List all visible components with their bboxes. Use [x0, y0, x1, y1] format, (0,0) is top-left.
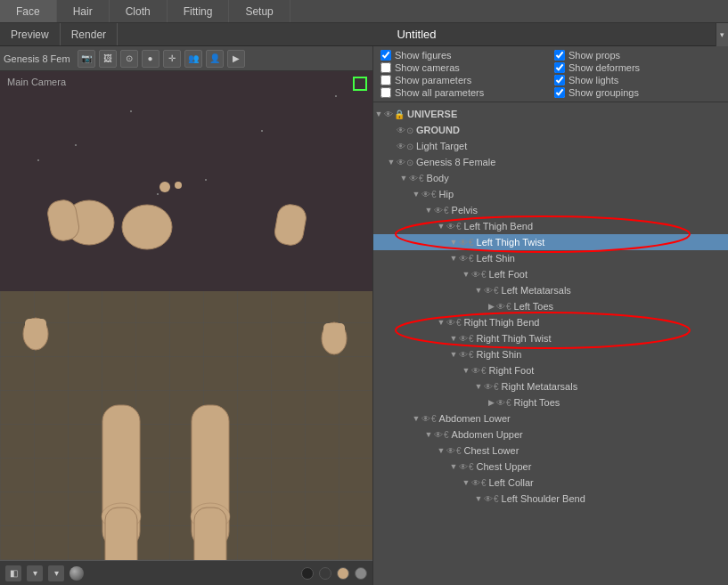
eye-icon-ground[interactable]: 👁	[397, 126, 405, 135]
tab-hair[interactable]: Hair	[57, 0, 110, 22]
tree-arrow-right-thigh-twist[interactable]: ▼	[448, 334, 459, 343]
tree-arrow-right-metatarsals[interactable]: ▼	[473, 382, 484, 391]
camera-icon[interactable]: 📷	[78, 50, 95, 68]
tree-arrow-left-toes[interactable]: ▶	[486, 302, 496, 311]
status-icon-1[interactable]: ◧	[5, 565, 21, 581]
color-dark[interactable]	[319, 567, 331, 580]
tree-item-light-target[interactable]: 👁⊙Light Target	[373, 138, 728, 154]
eye-icon-left-metatarsals[interactable]: 👁	[484, 286, 493, 296]
tree-item-right-thigh-twist[interactable]: ▼👁€Right Thigh Twist	[373, 330, 728, 346]
tree-item-hip[interactable]: ▼👁€Hip	[373, 186, 728, 202]
tree-arrow-left-foot[interactable]: ▼	[461, 270, 471, 279]
eye-icon-chest-upper[interactable]: 👁	[459, 462, 468, 472]
checkbox-show-all-parameters[interactable]: Show all parameters	[380, 87, 547, 98]
tree-item-body[interactable]: ▼👁€Body	[373, 170, 728, 186]
tree-item-abdomen-lower[interactable]: ▼👁€Abdomen Lower	[373, 410, 728, 427]
status-icon-3[interactable]: ▾	[48, 565, 64, 581]
eye-icon-left-shoulder-bend[interactable]: 👁	[484, 494, 493, 504]
tree-item-pelvis[interactable]: ▼👁€Pelvis	[373, 202, 728, 218]
eye-icon-left-toes[interactable]: 👁	[496, 302, 505, 312]
tree-arrow-right-shin[interactable]: ▼	[448, 350, 459, 359]
checkbox-show-cameras[interactable]: Show cameras	[380, 62, 547, 73]
scene-dropdown[interactable]: ▾	[716, 23, 728, 46]
eye-icon-right-metatarsals[interactable]: 👁	[484, 382, 493, 392]
eye-icon-right-thigh-twist[interactable]: 👁	[459, 334, 468, 344]
eye-icon-left-foot[interactable]: 👁	[471, 270, 480, 280]
nav-icon[interactable]: ▶	[227, 50, 245, 68]
tree-arrow-right-toes[interactable]: ▶	[486, 398, 496, 407]
tree-arrow-abdomen-upper[interactable]: ▼	[423, 430, 434, 439]
tree-arrow-left-shin[interactable]: ▼	[448, 254, 459, 263]
tree-arrow-chest-upper[interactable]: ▼	[448, 462, 459, 471]
eye-icon-body[interactable]: 👁	[409, 174, 418, 183]
people-icon[interactable]: 👥	[184, 50, 202, 68]
tree-arrow-left-collar[interactable]: ▼	[461, 478, 471, 487]
eye-icon-right-thigh-bend[interactable]: 👁	[446, 318, 455, 328]
tree-arrow-hip[interactable]: ▼	[411, 190, 421, 199]
tree-item-left-thigh-twist[interactable]: ▼👁€Left Thigh Twist	[373, 234, 728, 250]
tree-arrow-pelvis[interactable]: ▼	[423, 206, 434, 215]
render-icon[interactable]: 🖼	[99, 50, 117, 68]
tree-item-ground[interactable]: 👁⊙GROUND	[373, 122, 728, 138]
checkbox-show-parameters[interactable]: Show parameters	[380, 75, 547, 85]
tree-arrow-universe[interactable]: ▼	[373, 110, 384, 118]
eye-icon-left-shin[interactable]: 👁	[459, 254, 468, 264]
eye-icon-light-target[interactable]: 👁	[397, 142, 405, 151]
tree-arrow-light-target[interactable]	[386, 142, 397, 150]
tree-item-genesis8f[interactable]: ▼👁⊙Genesis 8 Female	[373, 154, 728, 170]
tree-item-right-foot[interactable]: ▼👁€Right Foot	[373, 362, 728, 378]
tree-arrow-left-thigh-bend[interactable]: ▼	[436, 222, 446, 231]
eye-icon-genesis8f[interactable]: 👁	[397, 158, 405, 167]
tree-item-chest-lower[interactable]: ▼👁€Chest Lower	[373, 443, 728, 459]
sphere-icon[interactable]: ●	[142, 50, 160, 68]
tree-item-left-metatarsals[interactable]: ▼👁€Left Metatarsals	[373, 282, 728, 298]
tree-arrow-genesis8f[interactable]: ▼	[386, 158, 397, 167]
eye-icon-right-foot[interactable]: 👁	[471, 366, 480, 376]
tab-face[interactable]: Face	[0, 0, 57, 22]
eye-icon-abdomen-upper[interactable]: 👁	[434, 430, 443, 440]
tree-item-left-foot[interactable]: ▼👁€Left Foot	[373, 266, 728, 282]
checkbox-show-groupings[interactable]: Show groupings	[554, 87, 721, 98]
color-skin[interactable]	[337, 567, 349, 580]
tree-item-right-metatarsals[interactable]: ▼👁€Right Metatarsals	[373, 378, 728, 394]
preview-button[interactable]: Preview	[0, 23, 61, 45]
tree-item-right-toes[interactable]: ▶👁€Right Toes	[373, 394, 728, 410]
tree-arrow-right-thigh-bend[interactable]: ▼	[436, 318, 446, 327]
tree-item-left-collar[interactable]: ▼👁€Left Collar	[373, 475, 728, 491]
tree-item-left-toes[interactable]: ▶👁€Left Toes	[373, 298, 728, 314]
checkbox-show-deformers[interactable]: Show deformers	[554, 62, 721, 73]
tree-item-abdomen-upper[interactable]: ▼👁€Abdomen Upper	[373, 427, 728, 443]
checkbox-show-lights[interactable]: Show lights	[554, 75, 721, 85]
color-gray[interactable]	[355, 567, 367, 580]
tree-arrow-left-metatarsals[interactable]: ▼	[473, 286, 484, 295]
eye-icon-pelvis[interactable]: 👁	[434, 206, 443, 215]
tree-arrow-abdomen-lower[interactable]: ▼	[411, 414, 421, 423]
eye-icon-universe[interactable]: 👁	[384, 110, 393, 119]
color-black[interactable]	[301, 567, 314, 580]
eye-icon-abdomen-lower[interactable]: 👁	[421, 414, 430, 424]
eye-icon-left-collar[interactable]: 👁	[471, 478, 480, 488]
eye-icon-hip[interactable]: 👁	[421, 190, 430, 199]
eye-icon-left-thigh-bend[interactable]: 👁	[446, 222, 455, 232]
tree-item-right-shin[interactable]: ▼👁€Right Shin	[373, 346, 728, 362]
eye-icon-right-toes[interactable]: 👁	[496, 398, 505, 408]
render-button[interactable]: Render	[61, 23, 118, 45]
tree-arrow-left-shoulder-bend[interactable]: ▼	[473, 494, 484, 503]
tree-item-universe[interactable]: ▼👁🔒UNIVERSE	[373, 106, 728, 122]
scene-tree[interactable]: ▼👁🔒UNIVERSE 👁⊙GROUND 👁⊙Light Target▼👁⊙Ge…	[373, 102, 728, 585]
eye-icon-chest-lower[interactable]: 👁	[446, 446, 455, 456]
eye-icon-right-shin[interactable]: 👁	[459, 350, 468, 360]
circle-icon[interactable]: ⊙	[120, 50, 138, 68]
checkbox-show-figures[interactable]: Show figures	[380, 50, 547, 61]
tree-arrow-chest-lower[interactable]: ▼	[436, 446, 446, 455]
eye-icon-left-thigh-twist[interactable]: 👁	[459, 238, 468, 248]
move-icon[interactable]: ✛	[163, 50, 181, 68]
people2-icon[interactable]: 👤	[206, 50, 224, 68]
tree-arrow-ground[interactable]	[386, 126, 397, 134]
checkbox-show-props[interactable]: Show props	[554, 50, 721, 61]
tree-item-right-thigh-bend[interactable]: ▼👁€Right Thigh Bend	[373, 314, 728, 330]
tab-fitting[interactable]: Fitting	[168, 0, 230, 22]
tab-setup[interactable]: Setup	[229, 0, 290, 22]
sphere-preview[interactable]	[70, 566, 84, 581]
tree-item-left-shoulder-bend[interactable]: ▼👁€Left Shoulder Bend	[373, 491, 728, 507]
